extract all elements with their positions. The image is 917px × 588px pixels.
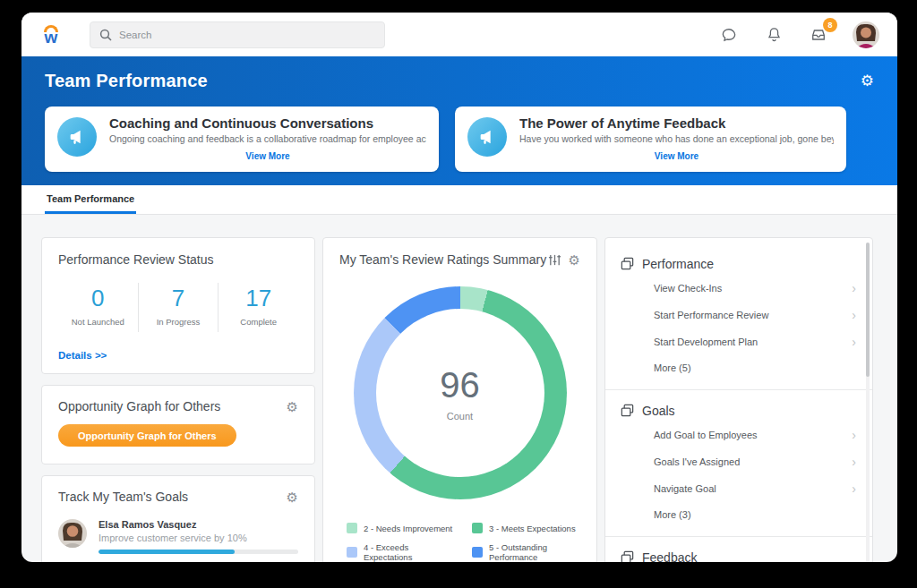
- chart-legend: 2 - Needs Improvement 3 - Meets Expectat…: [347, 523, 580, 562]
- left-column: Performance Review Status 0 Not Launched…: [41, 237, 315, 562]
- bell-icon: [766, 26, 783, 43]
- profile-avatar[interactable]: [853, 21, 879, 48]
- action-start-performance-review[interactable]: Start Performance Review ›: [620, 302, 858, 328]
- hero-banner: Team Performance ⚙ Coaching and Continuo…: [21, 56, 897, 185]
- workday-logo[interactable]: w: [36, 25, 66, 45]
- middle-column: My Team's Review Ratings Summary ⚙: [322, 237, 597, 562]
- stat-value: 17: [219, 285, 298, 312]
- search-icon: [99, 29, 112, 41]
- quick-actions-card: Performance View Check-Ins › Start Perfo…: [604, 237, 873, 562]
- stacked-cards-icon: [620, 550, 635, 562]
- tab-bar: Team Performance: [21, 185, 897, 215]
- app-window: w Search: [21, 13, 897, 562]
- view-more-link[interactable]: View More: [519, 151, 834, 161]
- opportunity-graph-button[interactable]: Opportunity Graph for Others: [58, 424, 236, 447]
- stat-not-launched: 0 Not Launched: [58, 283, 138, 332]
- action-add-goal-to-employees[interactable]: Add Goal to Employees ›: [620, 422, 858, 448]
- worker-name: Elsa Ramos Vasquez: [99, 519, 298, 530]
- chevron-right-icon: ›: [852, 482, 856, 495]
- chat-icon: [720, 26, 738, 44]
- section-title: Performance: [642, 257, 714, 271]
- section-header-goals: Goals: [620, 401, 858, 422]
- stat-value: 0: [58, 285, 138, 312]
- card-title: My Team's Review Ratings Summary: [339, 252, 548, 267]
- action-start-development-plan[interactable]: Start Development Plan ›: [620, 328, 858, 355]
- filter-sliders-icon[interactable]: [548, 253, 561, 267]
- goal-description: Improve customer service by 10%: [99, 533, 298, 543]
- inbox-button[interactable]: 8: [808, 24, 829, 46]
- card-settings-gear-icon[interactable]: ⚙: [287, 400, 298, 413]
- action-more-goals[interactable]: More (3): [620, 502, 858, 527]
- scrollbar-thumb[interactable]: [866, 243, 870, 377]
- card-settings-gear-icon[interactable]: ⚙: [569, 253, 580, 267]
- donut-center: 96 Count: [376, 309, 544, 477]
- announcement-title: The Power of Anytime Feedback: [519, 115, 834, 131]
- section-divider: [605, 536, 872, 537]
- action-view-check-ins[interactable]: View Check-Ins ›: [620, 275, 858, 302]
- card-title: Track My Team's Goals: [58, 490, 188, 504]
- review-ratings-summary-card: My Team's Review Ratings Summary ⚙: [322, 237, 597, 562]
- announcement-card-coaching[interactable]: Coaching and Continuous Conversations On…: [45, 107, 439, 172]
- card-title: Opportunity Graph for Others: [58, 399, 220, 413]
- page-settings-gear-icon[interactable]: ⚙: [861, 73, 874, 89]
- details-link[interactable]: Details >>: [58, 350, 298, 361]
- chevron-right-icon: ›: [852, 336, 856, 348]
- view-more-link[interactable]: View More: [109, 151, 426, 161]
- stat-label: Complete: [219, 317, 298, 327]
- section-divider: [605, 389, 872, 390]
- track-team-goals-card: Track My Team's Goals ⚙ Elsa Ramos Vasqu…: [41, 475, 315, 562]
- stacked-cards-icon: [620, 256, 635, 271]
- section-title: Goals: [642, 404, 675, 418]
- review-stats: 0 Not Launched 7 In Progress 17 Complete: [58, 283, 298, 332]
- worker-avatar[interactable]: [58, 519, 87, 548]
- legend-swatch: [347, 523, 357, 533]
- section-header-feedback: Feedback: [620, 548, 858, 562]
- legend-label: 4 - Exceeds Expectations: [364, 542, 456, 562]
- action-goals-ive-assigned[interactable]: Goals I've Assigned ›: [620, 448, 858, 475]
- legend-swatch: [472, 523, 483, 533]
- chevron-right-icon: ›: [852, 429, 856, 441]
- action-more-performance[interactable]: More (5): [620, 355, 858, 380]
- inbox-badge: 8: [823, 18, 837, 32]
- opportunity-graph-card: Opportunity Graph for Others ⚙ Opportuni…: [41, 385, 315, 464]
- announcement-card-feedback[interactable]: The Power of Anytime Feedback Have you w…: [455, 107, 846, 172]
- notifications-button[interactable]: [763, 24, 784, 46]
- legend-label: 2 - Needs Improvement: [364, 524, 452, 533]
- card-settings-gear-icon[interactable]: ⚙: [287, 490, 298, 504]
- scrollbar-track[interactable]: [866, 243, 870, 562]
- section-title: Feedback: [642, 550, 697, 563]
- section-header-performance: Performance: [620, 254, 858, 275]
- chevron-right-icon: ›: [852, 282, 856, 294]
- stat-label: In Progress: [139, 317, 219, 327]
- performance-review-status-card: Performance Review Status 0 Not Launched…: [41, 237, 315, 374]
- chevron-right-icon: ›: [852, 456, 856, 468]
- dashboard-content: Performance Review Status 0 Not Launched…: [21, 215, 897, 562]
- megaphone-icon: [57, 117, 97, 157]
- stat-label: Not Launched: [58, 317, 138, 327]
- right-column: Performance View Check-Ins › Start Perfo…: [604, 237, 873, 562]
- announcement-description: Ongoing coaching and feedback is a colla…: [109, 133, 426, 144]
- stat-in-progress: 7 In Progress: [138, 283, 219, 332]
- legend-swatch: [472, 547, 483, 558]
- chat-button[interactable]: [718, 24, 740, 46]
- goal-row[interactable]: Elsa Ramos Vasquez Improve customer serv…: [58, 519, 298, 554]
- top-bar: w Search: [21, 13, 897, 56]
- legend-item: 4 - Exceeds Expectations: [347, 542, 456, 562]
- tab-team-performance[interactable]: Team Performance: [45, 193, 136, 214]
- topbar-actions: 8: [718, 21, 879, 48]
- chevron-right-icon: ›: [852, 309, 856, 321]
- legend-swatch: [347, 547, 357, 558]
- stat-value: 7: [139, 285, 219, 312]
- announcement-title: Coaching and Continuous Conversations: [109, 115, 426, 131]
- legend-item: 3 - Meets Expectations: [472, 523, 580, 533]
- search-placeholder: Search: [119, 30, 151, 40]
- stacked-cards-icon: [620, 403, 635, 418]
- goal-progress-bar: [99, 550, 298, 554]
- legend-label: 3 - Meets Expectations: [489, 524, 576, 533]
- action-navigate-goal[interactable]: Navigate Goal ›: [620, 475, 858, 502]
- stat-complete: 17 Complete: [218, 283, 298, 332]
- page-title: Team Performance: [45, 71, 208, 91]
- legend-item: 2 - Needs Improvement: [347, 523, 456, 533]
- search-input[interactable]: Search: [90, 21, 385, 48]
- donut-chart[interactable]: 96 Count: [354, 286, 567, 499]
